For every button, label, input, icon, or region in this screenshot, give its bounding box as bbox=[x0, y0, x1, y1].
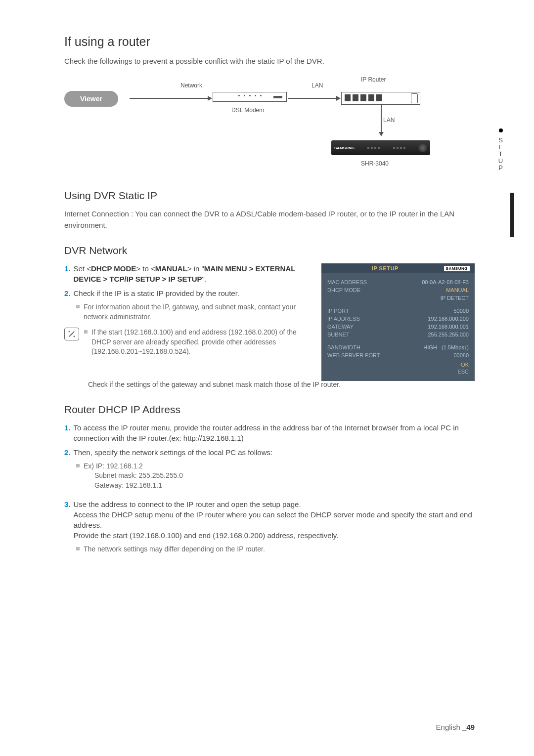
section-title-staticip: Using DVR Static IP bbox=[64, 190, 475, 202]
ip-value: 255.255.255.000 bbox=[428, 332, 469, 337]
ip-value: 50000 bbox=[453, 308, 469, 314]
ip-value: IP DETECT bbox=[441, 295, 469, 301]
step-number: 2. bbox=[64, 288, 71, 298]
step-item: 1.To access the IP router menu, provide … bbox=[64, 422, 475, 443]
step-item: 2. Check if the IP is a static IP provid… bbox=[64, 288, 315, 298]
dvrnetwork-steps: 1. Set <DHCP MODE> to <MANUAL> in "MAIN … bbox=[64, 263, 315, 360]
dvr-node: SAMSUNG bbox=[331, 140, 430, 155]
arrow-line bbox=[288, 98, 337, 99]
dvr-model-label: SHR-3040 bbox=[361, 160, 389, 167]
ip-label: WEB SERVER PORT bbox=[327, 352, 380, 358]
ok-label: OK bbox=[321, 361, 469, 368]
step-number: 1. bbox=[64, 263, 71, 284]
ip-label: BANDWIDTH bbox=[327, 344, 360, 350]
dvr-brand: SAMSUNG bbox=[334, 146, 355, 150]
ip-label: IP PORT bbox=[327, 308, 349, 314]
arrow-line bbox=[130, 98, 209, 99]
bullet-icon bbox=[76, 305, 80, 308]
ip-value: 192.168.000.200 bbox=[428, 316, 469, 322]
ip-value: 00-0A-A2-08-08-F3 bbox=[422, 279, 469, 285]
lan2-label: LAN bbox=[383, 117, 395, 124]
step-number: 3. bbox=[64, 499, 71, 541]
footer-lang: English bbox=[436, 723, 462, 731]
ip-label: GATEWAY bbox=[327, 324, 354, 330]
step-item: 2.Then, specify the network settings of … bbox=[64, 447, 475, 458]
ip-value: MANUAL bbox=[446, 287, 469, 293]
iprouter-label: IP Router bbox=[361, 76, 386, 83]
bullet-icon bbox=[84, 330, 88, 334]
bullet-item: For information about the IP, gateway, a… bbox=[76, 302, 315, 322]
ip-label: DHCP MODE bbox=[327, 287, 360, 293]
step-item: 1. Set <DHCP MODE> to <MANUAL> in "MAIN … bbox=[64, 263, 315, 284]
samsung-badge: SAMSUNG bbox=[444, 266, 470, 271]
bullet-icon bbox=[76, 547, 80, 550]
lan-label: LAN bbox=[312, 82, 323, 89]
network-label: Network bbox=[180, 82, 202, 89]
step-number: 1. bbox=[64, 422, 71, 443]
arrow-head-icon bbox=[208, 96, 212, 101]
ipsetup-title: IP SETUP bbox=[372, 265, 399, 271]
ipsetup-header: IP SETUP SAMSUNG bbox=[321, 263, 475, 273]
footer-page: _49 bbox=[462, 723, 475, 731]
side-tab: SETUP bbox=[497, 128, 504, 171]
bullet-item: The network settings may differ dependin… bbox=[76, 545, 475, 554]
ip-label: IP ADDRESS bbox=[327, 316, 360, 322]
ip-label: SUBNET bbox=[327, 332, 350, 337]
ipsetup-panel: IP SETUP SAMSUNG MAC ADDRESS00-0A-A2-08-… bbox=[321, 263, 475, 381]
page-footer: English _49 bbox=[436, 723, 475, 731]
ip-value: 00080 bbox=[453, 352, 469, 358]
ip-value: 192.168.000.001 bbox=[428, 324, 469, 330]
section-title-dvrnetwork: DVR Network bbox=[64, 245, 475, 256]
modem-label: DSL Modem bbox=[231, 107, 264, 114]
section-title-dhcp: Router DHCP IP Address bbox=[64, 404, 475, 416]
arrow-line-vertical bbox=[381, 105, 382, 132]
section-title-router: If using a router bbox=[64, 35, 475, 49]
viewer-node: Viewer bbox=[64, 91, 118, 107]
note-under: Check if the settings of the gateway and… bbox=[88, 380, 475, 390]
side-tab-dot bbox=[499, 128, 503, 132]
side-tab-label: SETUP bbox=[497, 136, 504, 171]
bullet-item: Ex) IP: 192.168.1.2 Subnet mask: 255.255… bbox=[76, 462, 475, 491]
bullet-icon bbox=[76, 464, 80, 467]
modem-node bbox=[213, 92, 287, 102]
step-number: 2. bbox=[64, 447, 71, 458]
network-diagram: Viewer Network LAN IP Router DSL Modem L… bbox=[64, 76, 475, 175]
esc-label: ESC bbox=[321, 368, 469, 375]
router-node bbox=[341, 92, 420, 105]
arrow-head-icon bbox=[336, 96, 341, 101]
arrow-head-down-icon bbox=[379, 132, 384, 136]
side-accent-bar bbox=[510, 193, 514, 237]
note-row: If the start (192.168.0.100) and end add… bbox=[64, 328, 315, 360]
ip-label: MAC ADDRESS bbox=[327, 279, 367, 285]
note-icon bbox=[64, 328, 79, 340]
staticip-desc: Internet Connection : You can connect th… bbox=[64, 209, 475, 231]
step-item: 3. Use the address to connect to the IP … bbox=[64, 499, 475, 541]
section-intro: Check the followings to prevent a possib… bbox=[64, 57, 475, 65]
